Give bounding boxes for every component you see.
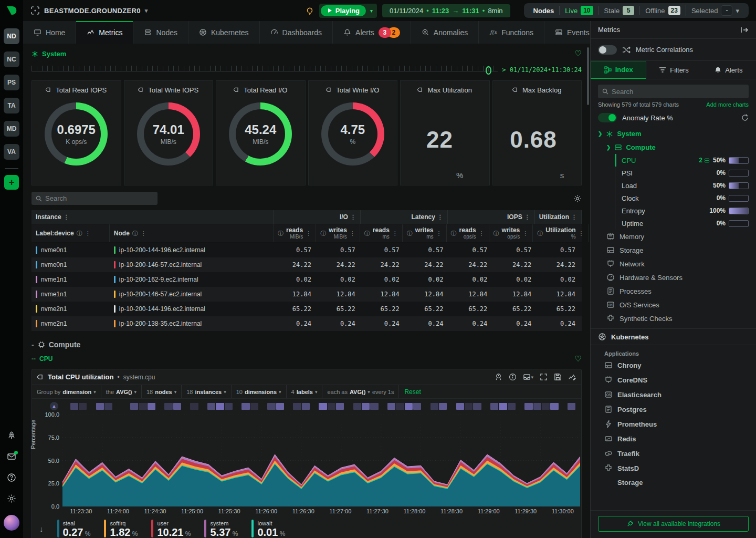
gauge-card-max-utilization[interactable]: Max Utilization22% bbox=[400, 80, 490, 185]
sort-descending-icon[interactable]: ↓ bbox=[39, 524, 44, 533]
space-item-nd[interactable]: ND bbox=[4, 28, 19, 44]
tab-metrics[interactable]: Metrics bbox=[76, 21, 133, 44]
tree-item-clock[interactable]: Clock0% bbox=[615, 192, 756, 204]
kebab-menu-icon[interactable]: ⋮ bbox=[350, 230, 355, 237]
tab-anomalies[interactable]: Anomalies bbox=[411, 21, 479, 44]
tab-functions[interactable]: ƒ(x)Functions bbox=[479, 21, 544, 44]
whats-new-rocket-icon[interactable] bbox=[7, 431, 16, 440]
sidebar-search[interactable] bbox=[598, 85, 749, 98]
feedback-mail-icon[interactable] bbox=[7, 452, 16, 461]
column-header-node[interactable]: Nodeⓘ⋮ bbox=[110, 224, 274, 242]
space-item-ps[interactable]: PS bbox=[4, 75, 19, 90]
group-header-iops[interactable]: IOPS⋮ bbox=[448, 210, 535, 224]
table-row[interactable]: nvme1n1ip-10-200-146-57.ec2.internal12.8… bbox=[32, 287, 582, 302]
tree-item-traefik[interactable]: Traefik bbox=[591, 446, 756, 461]
user-avatar[interactable] bbox=[4, 515, 19, 531]
anomaly-badge-icon[interactable] bbox=[495, 373, 502, 381]
tree-item-postgres[interactable]: Postgres bbox=[591, 402, 756, 417]
legend-item-system[interactable]: system5.37 % bbox=[204, 520, 238, 537]
info-icon[interactable]: ⓘ bbox=[278, 230, 284, 237]
tree-item-redis[interactable]: Redis bbox=[591, 431, 756, 446]
gauge-card-total-write-iops[interactable]: Total Write IOPS74.01MiB/s bbox=[124, 80, 214, 185]
group-header-i-o[interactable]: I/O⋮ bbox=[274, 210, 361, 224]
tree-item-network[interactable]: Network bbox=[591, 257, 756, 271]
column-header-utilization-[interactable]: ⓘUtilization%⋮ bbox=[533, 224, 589, 242]
kebab-menu-icon[interactable]: ⋮ bbox=[437, 214, 443, 221]
kebab-menu-icon[interactable]: ⋮ bbox=[522, 230, 528, 237]
tree-item-uptime[interactable]: Uptime0% bbox=[615, 217, 756, 230]
kebab-menu-icon[interactable]: ⋮ bbox=[571, 214, 577, 221]
tree-item-load[interactable]: Load50% bbox=[615, 179, 756, 192]
column-header-reads-mib-s[interactable]: ⓘreadsMiB/s⋮ bbox=[274, 224, 316, 242]
group-header-utilization[interactable]: Utilization⋮ bbox=[535, 210, 582, 224]
edit-chart-icon[interactable] bbox=[568, 373, 576, 381]
kebab-menu-icon[interactable]: ⋮ bbox=[64, 214, 69, 221]
tab-kubernetes[interactable]: Kubernetes bbox=[188, 21, 260, 44]
kebab-menu-icon[interactable]: ⋮ bbox=[436, 230, 442, 237]
chart-setting-dimension[interactable]: Group bydimension▾ bbox=[32, 385, 101, 398]
tree-item-prometheus[interactable]: Prometheus bbox=[591, 417, 756, 431]
tree-item-synthetic-checks[interactable]: Synthetic Checks bbox=[591, 312, 756, 325]
tree-item-entropy[interactable]: Entropy100% bbox=[615, 204, 756, 217]
legend-item-steal[interactable]: steal0.27 % bbox=[57, 520, 91, 537]
tab-home[interactable]: Home bbox=[23, 21, 76, 44]
tab-nodes[interactable]: Nodes bbox=[133, 21, 188, 44]
tab-filters[interactable]: Filters bbox=[646, 61, 701, 79]
tips-bulb-icon[interactable] bbox=[306, 6, 314, 15]
refresh-icon[interactable] bbox=[741, 114, 749, 121]
tab-index[interactable]: Index bbox=[591, 61, 646, 79]
kebab-menu-icon[interactable]: ⋮ bbox=[579, 230, 584, 237]
table-settings-gear-icon[interactable] bbox=[573, 194, 582, 203]
anomaly-ribbon[interactable] bbox=[61, 403, 576, 410]
table-row[interactable]: nvme0n1ip-10-200-144-196.ec2.internal0.5… bbox=[32, 243, 582, 257]
group-header-latency[interactable]: Latency⋮ bbox=[361, 210, 448, 224]
tree-item-chrony[interactable]: Chrony bbox=[591, 358, 756, 373]
chart-setting-avg[interactable]: theAVG()▾ bbox=[101, 385, 142, 398]
gauge-card-max-backlog[interactable]: Max Backlog0.68s bbox=[492, 80, 582, 185]
info-icon[interactable]: ⓘ bbox=[320, 230, 326, 237]
space-item-md[interactable]: MD bbox=[4, 121, 19, 137]
gauge-card-total-write-i-o[interactable]: Total Write I/O4.75% bbox=[308, 80, 398, 185]
table-row[interactable]: nvme2n1ip-10-200-138-35.ec2.internal0.24… bbox=[32, 316, 582, 331]
group-header-instance[interactable]: Instance⋮ bbox=[32, 210, 274, 224]
column-header-reads-ms[interactable]: ⓘreadsms⋮ bbox=[360, 224, 403, 242]
view-integrations-button[interactable]: View all available integrations bbox=[598, 516, 749, 532]
tree-item-cpu[interactable]: CPU250% bbox=[615, 154, 756, 167]
column-header-writes-ms[interactable]: ⓘwritesms⋮ bbox=[403, 224, 447, 242]
tree-item-storage[interactable]: Storage bbox=[591, 243, 756, 257]
tab-alerts[interactable]: Alerts bbox=[701, 61, 756, 79]
play-control[interactable]: Playing ▾ bbox=[319, 4, 377, 18]
tree-item-elasticsearch[interactable]: OSElasticsearch bbox=[591, 387, 756, 402]
table-row[interactable]: nvme2n1ip-10-200-144-196.ec2.internal65.… bbox=[32, 302, 582, 316]
tree-item-compute[interactable]: ❯Compute bbox=[591, 141, 756, 154]
kebab-menu-icon[interactable]: ⋮ bbox=[306, 230, 311, 237]
gauge-card-total-read-i-o[interactable]: Total Read I/O45.24MiB/s bbox=[216, 80, 306, 185]
info-icon[interactable]: ⓘ bbox=[494, 230, 499, 237]
tree-item-processes[interactable]: Processes bbox=[591, 284, 756, 298]
info-icon[interactable]: ⓘ bbox=[77, 230, 82, 237]
favorite-heart-icon[interactable]: ♡ bbox=[575, 354, 582, 364]
netdata-logo[interactable] bbox=[0, 0, 23, 21]
kebab-menu-icon[interactable]: ⋮ bbox=[524, 214, 530, 221]
gauge-card-total-read-iops[interactable]: Total Read IOPS0.6975K ops/s bbox=[32, 80, 121, 185]
info-icon[interactable]: ⓘ bbox=[407, 230, 413, 237]
sidebar-search-input[interactable] bbox=[612, 88, 744, 96]
info-icon[interactable]: ⓘ bbox=[132, 230, 138, 237]
tab-alerts[interactable]: Alerts32 bbox=[333, 21, 411, 44]
favorite-heart-icon[interactable]: ♡ bbox=[575, 49, 582, 58]
legend-item-softirq[interactable]: softirq1.82 % bbox=[104, 520, 138, 537]
reset-button[interactable]: Reset bbox=[399, 388, 426, 396]
info-icon[interactable]: ⓘ bbox=[364, 230, 370, 237]
tree-item-system[interactable]: ❯System bbox=[591, 127, 756, 141]
add-more-charts-link[interactable]: Add more charts bbox=[706, 101, 749, 108]
kebab-menu-icon[interactable]: ⋮ bbox=[392, 230, 398, 237]
metric-correlations-toggle[interactable] bbox=[598, 45, 617, 55]
scrollbar-thumb[interactable] bbox=[587, 47, 589, 105]
kebab-menu-icon[interactable]: ⋮ bbox=[479, 230, 485, 237]
space-item-va[interactable]: VA bbox=[4, 144, 19, 160]
chart-setting-avg[interactable]: each asAVG()▾every 1s bbox=[322, 385, 399, 398]
column-header-writes-mib-s[interactable]: ⓘwritesMiB/s⋮ bbox=[316, 224, 360, 242]
info-icon[interactable]: ⓘ bbox=[451, 230, 457, 237]
add-space-button[interactable]: + bbox=[4, 175, 19, 190]
tree-item-memory[interactable]: Memory bbox=[591, 230, 756, 243]
